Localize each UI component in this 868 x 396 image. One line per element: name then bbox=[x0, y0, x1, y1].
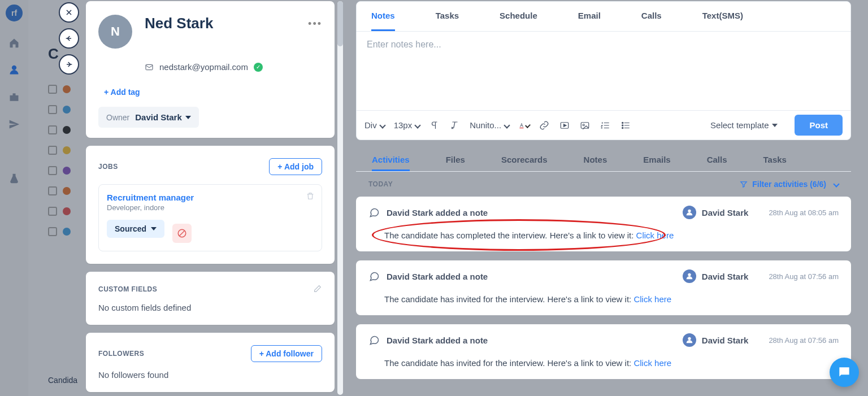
user-avatar-icon bbox=[683, 333, 696, 347]
owner-label: Owner bbox=[106, 113, 129, 122]
feed-tab-calls[interactable]: Calls bbox=[707, 149, 727, 171]
feed-tab-activities[interactable]: Activities bbox=[372, 149, 410, 171]
activity-title: David Stark added a note bbox=[387, 336, 488, 345]
activity-item: David Stark added a note David Stark 28t… bbox=[356, 260, 851, 315]
activity-item: David Stark added a note David Stark 28t… bbox=[356, 197, 851, 251]
activity-link[interactable]: Click here bbox=[633, 294, 671, 304]
compose-tab-tasks[interactable]: Tasks bbox=[436, 2, 459, 31]
custom-fields-card: CUSTOM FIELDS No custom fields defined bbox=[86, 272, 335, 325]
day-header: TODAY Filter activities (6/6) bbox=[356, 172, 851, 197]
add-follower-button[interactable]: + Add follower bbox=[251, 345, 322, 362]
job-subtitle: Developer, indore bbox=[107, 203, 314, 212]
owner-value: David Stark bbox=[135, 112, 182, 122]
font-family-select[interactable]: Nunito... bbox=[470, 120, 509, 130]
activity-link[interactable]: Click here bbox=[636, 230, 674, 240]
job-status-chip[interactable]: Sourced bbox=[107, 220, 164, 238]
comment-icon bbox=[368, 271, 380, 282]
activity-title: David Stark added a note bbox=[387, 272, 488, 281]
ordered-list-icon[interactable] bbox=[600, 120, 611, 131]
compose-tab-schedule[interactable]: Schedule bbox=[500, 2, 537, 31]
feed-tab-notes[interactable]: Notes bbox=[584, 149, 607, 171]
avatar: N bbox=[98, 15, 132, 49]
svg-point-4 bbox=[583, 124, 584, 125]
activity-time: 28th Aug at 08:05 am bbox=[769, 208, 839, 217]
activity-user: David Stark bbox=[683, 269, 749, 283]
compose-tab-notes[interactable]: Notes bbox=[371, 2, 395, 31]
left-scrollbar-thumb[interactable] bbox=[337, 1, 343, 46]
comment-icon bbox=[368, 207, 380, 218]
activity-body: The candidate has completed the intervie… bbox=[384, 230, 839, 240]
paragraph-icon[interactable] bbox=[429, 120, 440, 131]
followers-empty: No followers found bbox=[98, 370, 322, 380]
activity-item: David Stark added a note David Stark 28t… bbox=[356, 324, 851, 379]
job-status-label: Sourced bbox=[115, 224, 146, 233]
editor-toolbar: Div 13px Nunito... Select template Post bbox=[356, 111, 851, 140]
activity-user: David Stark bbox=[683, 333, 749, 347]
delete-job-icon[interactable] bbox=[306, 192, 315, 203]
user-avatar-icon bbox=[683, 206, 696, 219]
compose-tabs: Notes Tasks Schedule Email Calls Text(SM… bbox=[356, 1, 851, 32]
feed-tabs: Activities Files Scorecards Notes Emails… bbox=[356, 149, 851, 172]
job-title[interactable]: Recruitment manager bbox=[107, 193, 314, 202]
followers-card: FOLLOWERS + Add follower No followers fo… bbox=[86, 333, 335, 392]
reject-button[interactable] bbox=[172, 224, 192, 243]
activity-title: David Stark added a note bbox=[387, 208, 488, 217]
comment-icon bbox=[368, 334, 380, 346]
video-icon[interactable] bbox=[559, 120, 570, 131]
add-job-button[interactable]: + Add job bbox=[269, 158, 322, 175]
left-scrollbar-track bbox=[337, 1, 343, 395]
candidate-name: Ned Stark bbox=[145, 15, 213, 32]
clear-format-icon[interactable] bbox=[449, 120, 461, 131]
template-select[interactable]: Select template bbox=[710, 120, 778, 130]
svg-point-5 bbox=[622, 122, 623, 123]
owner-selector[interactable]: Owner David Stark bbox=[98, 107, 199, 128]
more-menu-icon[interactable]: ••• bbox=[308, 18, 322, 30]
followers-header: FOLLOWERS bbox=[98, 350, 144, 358]
feed-tab-emails[interactable]: Emails bbox=[643, 149, 670, 171]
activity-user: David Stark bbox=[683, 206, 749, 219]
activity-time: 28th Aug at 07:56 am bbox=[769, 336, 839, 345]
feed-tab-tasks[interactable]: Tasks bbox=[763, 149, 787, 171]
panel-nav-buttons bbox=[59, 2, 79, 75]
candidate-detail-panel: N Ned Stark ••• nedstark@yopmail.com + A… bbox=[86, 1, 335, 395]
feed-tab-scorecards[interactable]: Scorecards bbox=[501, 149, 548, 171]
jobs-header: JOBS bbox=[98, 163, 118, 171]
day-label: TODAY bbox=[368, 180, 393, 188]
envelope-icon bbox=[145, 63, 154, 72]
post-button[interactable]: Post bbox=[795, 115, 843, 136]
verified-icon bbox=[254, 63, 263, 72]
activity-panel: Notes Tasks Schedule Email Calls Text(SM… bbox=[356, 1, 851, 395]
svg-rect-0 bbox=[146, 64, 153, 69]
format-block-select[interactable]: Div bbox=[364, 120, 385, 130]
filter-activities-button[interactable]: Filter activities (6/6) bbox=[740, 180, 839, 189]
jobs-card: JOBS + Add job Recruitment manager Devel… bbox=[86, 146, 335, 264]
unordered-list-icon[interactable] bbox=[620, 120, 631, 131]
prev-button[interactable] bbox=[59, 28, 79, 49]
feed-tab-files[interactable]: Files bbox=[446, 149, 465, 171]
text-color-icon[interactable] bbox=[518, 120, 530, 131]
svg-point-7 bbox=[622, 127, 623, 128]
compose-tab-sms[interactable]: Text(SMS) bbox=[702, 2, 743, 31]
job-item: Recruitment manager Developer, indore So… bbox=[98, 184, 322, 251]
font-size-select[interactable]: 13px bbox=[394, 120, 420, 130]
image-icon[interactable] bbox=[579, 120, 591, 131]
caret-down-icon bbox=[185, 116, 191, 119]
note-input[interactable]: Enter notes here... bbox=[356, 32, 851, 111]
custom-fields-header: CUSTOM FIELDS bbox=[98, 285, 157, 293]
user-avatar-icon bbox=[683, 269, 696, 283]
activity-time: 28th Aug at 07:56 am bbox=[769, 272, 839, 281]
chat-support-button[interactable] bbox=[830, 358, 859, 387]
close-button[interactable] bbox=[59, 2, 79, 23]
activity-body: The candidate has invited for the interv… bbox=[384, 294, 839, 304]
edit-custom-fields-icon[interactable] bbox=[313, 284, 322, 295]
add-tag-button[interactable]: + Add tag bbox=[104, 88, 322, 97]
next-button[interactable] bbox=[59, 54, 79, 75]
link-icon[interactable] bbox=[539, 120, 550, 131]
profile-card: N Ned Stark ••• nedstark@yopmail.com + A… bbox=[86, 1, 335, 138]
caret-down-icon bbox=[151, 227, 157, 230]
compose-tab-email[interactable]: Email bbox=[578, 2, 601, 31]
activity-body: The candidate has invited for the interv… bbox=[384, 358, 839, 368]
activity-link[interactable]: Click here bbox=[633, 358, 671, 368]
compose-tab-calls[interactable]: Calls bbox=[641, 2, 662, 31]
custom-fields-empty: No custom fields defined bbox=[98, 303, 322, 312]
